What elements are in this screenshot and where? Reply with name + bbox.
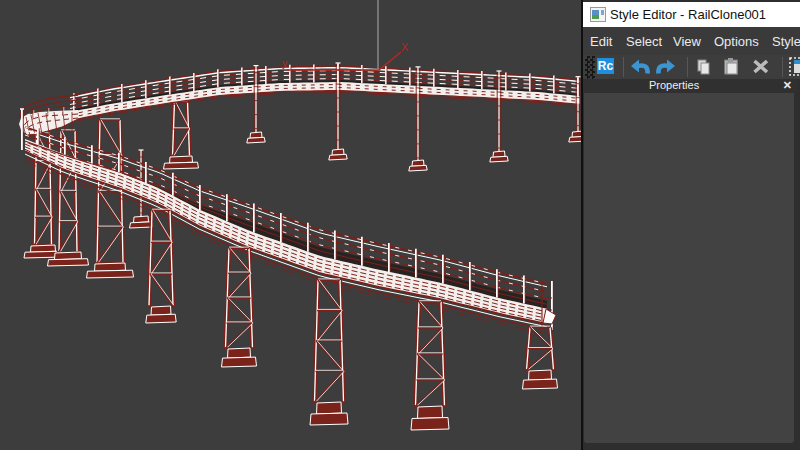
svg-text:X: X <box>401 41 409 53</box>
svg-text:y: y <box>282 57 288 69</box>
